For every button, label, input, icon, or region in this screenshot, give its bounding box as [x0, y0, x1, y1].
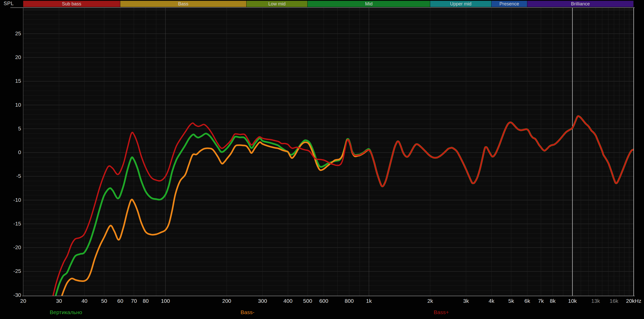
- x-tick-300: 300: [258, 298, 267, 304]
- y-tick-20: 20: [0, 54, 21, 60]
- x-tick-16k: 16k: [610, 298, 618, 304]
- x-tick-800: 800: [345, 298, 354, 304]
- legend-item-bass-[interactable]: Bass-: [241, 309, 255, 315]
- legend-item-bass+[interactable]: Bass+: [434, 309, 449, 315]
- y-tick--20: -20: [0, 244, 21, 250]
- x-tick-60: 60: [117, 298, 123, 304]
- x-tick-7k: 7k: [538, 298, 544, 304]
- x-tick-1k: 1k: [366, 298, 372, 304]
- x-tick-600: 600: [319, 298, 328, 304]
- x-tick-4k: 4k: [489, 298, 494, 304]
- x-tick-13k: 13k: [591, 298, 600, 304]
- x-tick-3k: 3k: [463, 298, 469, 304]
- y-tick--25: -25: [0, 268, 21, 274]
- x-tick-40: 40: [81, 298, 87, 304]
- x-tick-400: 400: [283, 298, 292, 304]
- x-tick-5k: 5k: [508, 298, 514, 304]
- x-tick-500: 500: [303, 298, 312, 304]
- y-tick-15: 15: [0, 78, 21, 84]
- x-tick-20kHz: 20kHz: [626, 298, 641, 304]
- y-tick--15: -15: [0, 221, 21, 227]
- x-tick-2k: 2k: [427, 298, 433, 304]
- y-tick--10: -10: [0, 197, 21, 203]
- plot-background: [23, 8, 634, 296]
- frequency-response-app: SPL Sub bassBassLow midMidUpper midPrese…: [0, 0, 644, 319]
- x-tick-6k: 6k: [524, 298, 530, 304]
- y-tick--5: -5: [0, 173, 21, 179]
- x-tick-100: 100: [161, 298, 170, 304]
- y-tick--30: -30: [0, 292, 21, 298]
- y-tick-0: 0: [0, 149, 21, 155]
- x-tick-70: 70: [131, 298, 137, 304]
- x-tick-50: 50: [101, 298, 107, 304]
- x-tick-80: 80: [143, 298, 149, 304]
- y-tick-5: 5: [0, 125, 21, 132]
- y-tick-10: 10: [0, 102, 21, 108]
- legend-item-вертикально[interactable]: Вертикально: [50, 309, 82, 315]
- x-tick-200: 200: [222, 298, 231, 304]
- x-tick-8k: 8k: [550, 298, 556, 304]
- y-tick-25: 25: [0, 30, 21, 37]
- x-tick-10k: 10k: [568, 298, 577, 304]
- x-tick-20: 20: [20, 298, 26, 304]
- x-tick-30: 30: [56, 298, 62, 304]
- plot-area[interactable]: [0, 0, 644, 319]
